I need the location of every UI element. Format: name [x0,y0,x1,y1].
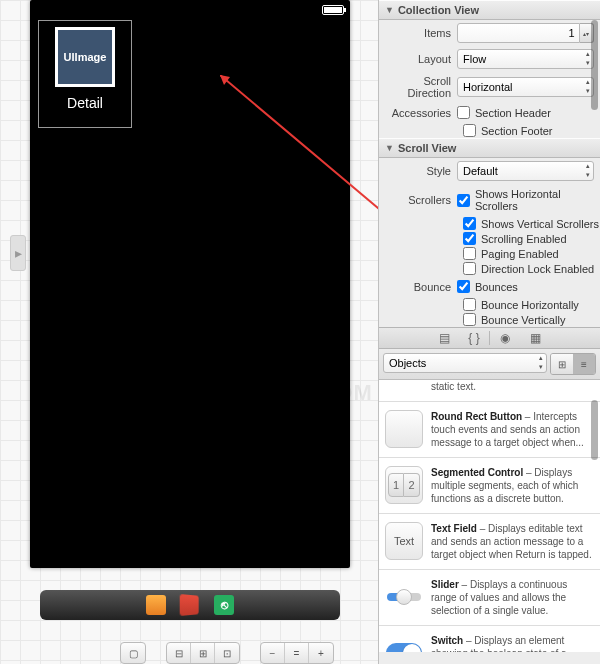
zoom-out-icon[interactable]: − [261,643,285,663]
uiimage-placeholder[interactable]: UIImage [55,27,115,87]
bounces-checkbox[interactable] [457,280,470,293]
library-filter-bar: Objects ⊞ ≡ [379,349,600,380]
cell-detail-label[interactable]: Detail [39,95,131,111]
object-tab-icon[interactable]: ◉ [490,329,520,347]
scroll-view-section-header[interactable]: ▼ Scroll View [379,138,600,158]
list-item: Round Rect Button – Intercepts touch eve… [379,402,600,458]
file-template-tab-icon[interactable]: ▤ [429,329,459,347]
dock-expand-chevron[interactable]: ▸ [10,235,26,271]
layout-label: Layout [379,53,457,65]
file-owner-icon[interactable] [146,595,166,615]
section-title: Scroll View [398,142,457,154]
list-item-fragment: static text. [431,380,476,393]
list-item: 12 Segmented Control – Displays multiple… [379,458,600,514]
collection-view-cell[interactable]: UIImage Detail [38,20,132,128]
bounce-vertical-checkbox[interactable] [463,313,476,326]
shows-horizontal-checkbox[interactable] [457,194,470,207]
list-item: Text Text Field – Displays editable text… [379,514,600,570]
canvas-toolbar: ⎋ [40,590,340,620]
zoom-in-icon[interactable]: + [309,643,333,663]
segmented-control-icon[interactable]: 12 [385,466,423,504]
zoom-fit-icon[interactable]: = [285,643,309,663]
disclosure-triangle-icon[interactable]: ▼ [385,5,394,15]
grid-view-icon[interactable]: ⊞ [551,354,573,374]
media-tab-icon[interactable]: ▦ [520,329,550,347]
device-icon[interactable]: ▢ [121,643,145,663]
round-rect-button-icon[interactable] [385,410,423,448]
device-button-group[interactable]: ▢ [120,642,146,664]
scrollers-label: Scrollers [379,194,457,206]
list-item: Slider – Displays a continuous range of … [379,570,600,626]
scrolling-enabled-checkbox[interactable] [463,232,476,245]
zoom-button-group[interactable]: − = + [260,642,334,664]
disclosure-triangle-icon[interactable]: ▼ [385,143,394,153]
scroll-direction-label: Scroll Direction [379,75,457,99]
iphone-frame: UIImage Detail [30,0,350,568]
section-footer-checkbox[interactable] [463,124,476,137]
pin-icon[interactable]: ⊞ [191,643,215,663]
exit-icon[interactable]: ⎋ [214,595,234,615]
items-label: Items [379,27,457,39]
slider-icon[interactable] [385,578,423,616]
first-responder-icon[interactable] [180,594,199,616]
style-label: Style [379,165,457,177]
collection-view-section-header[interactable]: ▼ Collection View [379,0,600,20]
style-select[interactable]: Default [457,161,594,181]
library-tab-bar: ▤ { } ◉ ▦ [379,327,600,349]
section-header-checkbox[interactable] [457,106,470,119]
align-icon[interactable]: ⊟ [167,643,191,663]
accessories-label: Accessories [379,107,457,119]
shows-vertical-checkbox[interactable] [463,217,476,230]
text-field-icon[interactable]: Text [385,522,423,560]
resolve-icon[interactable]: ⊡ [215,643,239,663]
library-filter-select[interactable]: Objects [383,353,547,373]
paging-enabled-checkbox[interactable] [463,247,476,260]
library-scrollbar[interactable] [591,400,598,460]
items-field[interactable] [457,23,580,43]
editor-bottom-bar: ▢ ⊟ ⊞ ⊡ − = + [120,642,334,664]
bounce-horizontal-checkbox[interactable] [463,298,476,311]
status-bar [30,0,350,20]
switch-icon[interactable] [385,634,423,652]
inspector-scrollbar[interactable] [591,20,598,110]
bounce-label: Bounce [379,281,457,293]
code-snippet-tab-icon[interactable]: { } [459,329,489,347]
scroll-direction-select[interactable]: Horizontal [457,77,594,97]
list-item: Switch – Displays an element showing the… [379,626,600,652]
constraint-button-group[interactable]: ⊟ ⊞ ⊡ [166,642,240,664]
list-view-icon[interactable]: ≡ [573,354,595,374]
attributes-inspector: ▼ Collection View Items ▴▾ Layout Flow S… [378,0,600,664]
direction-lock-checkbox[interactable] [463,262,476,275]
section-title: Collection View [398,4,479,16]
battery-icon [322,5,344,15]
object-library-list[interactable]: static text. Round Rect Button – Interce… [379,380,600,652]
layout-select[interactable]: Flow [457,49,594,69]
